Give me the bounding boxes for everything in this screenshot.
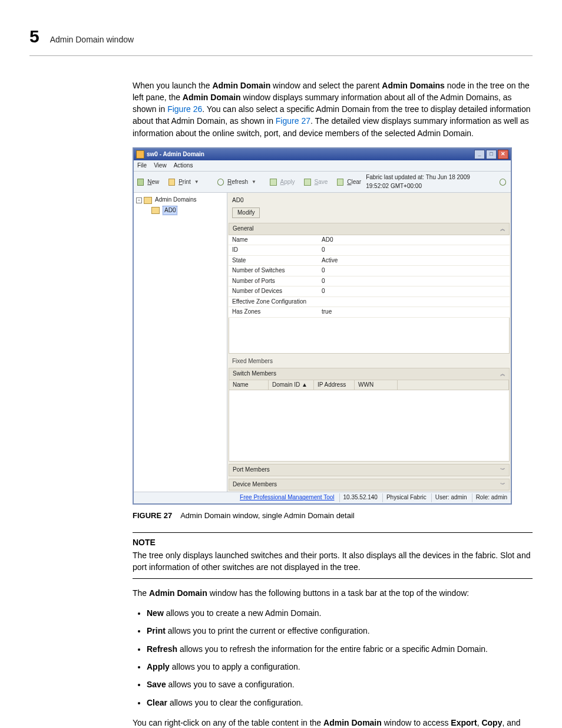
toolbar: New Print▼ Refresh▼ Apply Save Clear Fab… bbox=[134, 172, 511, 193]
tree-child-ad0[interactable]: AD0 bbox=[151, 205, 224, 216]
tree-pane: − Admin Domains AD0 bbox=[134, 193, 227, 492]
list-item: New allows you to create a new Admin Dom… bbox=[147, 607, 533, 619]
new-icon bbox=[137, 179, 144, 186]
page-header: 5 Admin Domain window bbox=[29, 24, 533, 50]
button-list: New allows you to create a new Admin Dom… bbox=[133, 607, 533, 709]
menu-file[interactable]: File bbox=[137, 162, 147, 170]
switch-members-section[interactable]: Switch Members ︽ bbox=[229, 368, 510, 380]
expand-port-icon[interactable]: ︾ bbox=[500, 466, 505, 474]
header-rule bbox=[29, 55, 533, 56]
list-item: Apply allows you to apply a configuratio… bbox=[147, 661, 533, 673]
clear-icon bbox=[337, 179, 343, 186]
table-row: Effective Zone Configuration bbox=[229, 297, 510, 307]
titlebar: sw0 - Admin Domain _ □ ✕ bbox=[134, 149, 511, 160]
col-domain[interactable]: Domain ID ▲ bbox=[269, 380, 314, 390]
window-title: sw0 - Admin Domain bbox=[147, 150, 204, 159]
domain-icon bbox=[151, 207, 160, 214]
collapse-general-icon[interactable]: ︽ bbox=[500, 225, 505, 233]
list-item: Clear allows you to clear the configurat… bbox=[147, 697, 533, 709]
admin-domain-window: sw0 - Admin Domain _ □ ✕ File View Actio… bbox=[133, 147, 512, 505]
figure-caption: FIGURE 27Admin Domain window, single Adm… bbox=[133, 510, 533, 522]
detail-pane: AD0 Modify General ︽ NameAD0 ID0 StateAc… bbox=[227, 193, 511, 492]
menu-actions[interactable]: Actions bbox=[174, 162, 193, 170]
detail-heading: AD0 bbox=[232, 196, 506, 205]
refresh-dropdown-icon[interactable]: ▼ bbox=[252, 179, 256, 186]
tree-root[interactable]: − Admin Domains bbox=[136, 195, 224, 205]
general-section[interactable]: General ︽ bbox=[229, 223, 510, 235]
device-members-section[interactable]: Device Members ︾ bbox=[229, 479, 510, 491]
close-button[interactable]: ✕ bbox=[498, 150, 508, 159]
note-label: NOTE bbox=[133, 536, 533, 548]
management-tool-link[interactable]: Free Professional Management Tool bbox=[240, 493, 334, 502]
print-icon bbox=[168, 179, 175, 186]
note-rule-top bbox=[133, 532, 533, 533]
app-icon bbox=[136, 150, 144, 159]
fabric-status: Fabric last updated at: Thu Jun 18 2009 … bbox=[366, 173, 490, 190]
switch-list bbox=[229, 390, 510, 462]
page-number: 5 bbox=[29, 24, 39, 50]
taskbar-intro: The Admin Domain window has the followin… bbox=[133, 587, 533, 599]
closing-paragraph: You can right-click on any of the table … bbox=[133, 717, 533, 728]
table-row: NameAD0 bbox=[229, 235, 510, 245]
maximize-button[interactable]: □ bbox=[486, 150, 497, 159]
expand-device-icon[interactable]: ︾ bbox=[500, 481, 505, 489]
save-button[interactable]: Save bbox=[315, 178, 328, 187]
refresh-icon bbox=[217, 179, 224, 186]
general-table: NameAD0 ID0 StateActive Number of Switch… bbox=[229, 235, 510, 318]
apply-button[interactable]: Apply bbox=[280, 178, 295, 187]
menubar: File View Actions bbox=[134, 160, 511, 172]
save-icon bbox=[304, 179, 310, 186]
print-button[interactable]: Print bbox=[178, 178, 191, 187]
collapse-switch-icon[interactable]: ︽ bbox=[500, 370, 505, 378]
list-item: Refresh allows you to refresh the inform… bbox=[147, 643, 533, 655]
col-wwn[interactable]: WWN bbox=[355, 380, 398, 390]
note-rule-bottom bbox=[133, 578, 533, 579]
status-fabric: Physical Fabric bbox=[382, 493, 427, 502]
page-header-title: Admin Domain window bbox=[50, 34, 134, 45]
table-row: Has Zonestrue bbox=[229, 307, 510, 318]
folder-icon bbox=[144, 197, 152, 204]
table-row: ID0 bbox=[229, 245, 510, 256]
col-ip[interactable]: IP Address bbox=[314, 380, 355, 390]
switch-columns: Name Domain ID ▲ IP Address WWN bbox=[229, 380, 510, 391]
apply-icon bbox=[270, 179, 276, 186]
table-row: StateActive bbox=[229, 255, 510, 266]
fixed-members-label: Fixed Members bbox=[229, 357, 510, 366]
refresh-button[interactable]: Refresh bbox=[227, 178, 248, 187]
table-row: Number of Ports0 bbox=[229, 276, 510, 286]
refresh-status-icon[interactable] bbox=[500, 179, 506, 186]
table-row: Number of Devices0 bbox=[229, 286, 510, 297]
clear-button[interactable]: Clear bbox=[347, 178, 361, 187]
intro-paragraph: When you launch the Admin Domain window … bbox=[133, 80, 533, 139]
modify-button[interactable]: Modify bbox=[232, 207, 260, 219]
print-dropdown-icon[interactable]: ▼ bbox=[194, 179, 199, 186]
status-ip: 10.35.52.140 bbox=[339, 493, 378, 502]
new-button[interactable]: New bbox=[147, 178, 159, 187]
menu-view[interactable]: View bbox=[154, 162, 167, 170]
status-user: User: admin bbox=[431, 493, 467, 502]
status-role: Role: admin bbox=[472, 493, 507, 502]
list-item: Save allows you to save a configuration. bbox=[147, 678, 533, 690]
note-text: The tree only displays launched switches… bbox=[133, 549, 533, 574]
figure-26-link[interactable]: Figure 26 bbox=[167, 104, 202, 114]
port-members-section[interactable]: Port Members ︾ bbox=[229, 464, 510, 476]
minimize-button[interactable]: _ bbox=[474, 150, 485, 159]
table-row: Number of Switches0 bbox=[229, 266, 510, 276]
statusbar: Free Professional Management Tool 10.35.… bbox=[134, 492, 511, 503]
collapse-icon[interactable]: − bbox=[136, 197, 142, 203]
figure-27-link[interactable]: Figure 27 bbox=[276, 116, 310, 126]
list-item: Print allows you to print the current or… bbox=[147, 625, 533, 637]
col-name[interactable]: Name bbox=[229, 380, 269, 390]
